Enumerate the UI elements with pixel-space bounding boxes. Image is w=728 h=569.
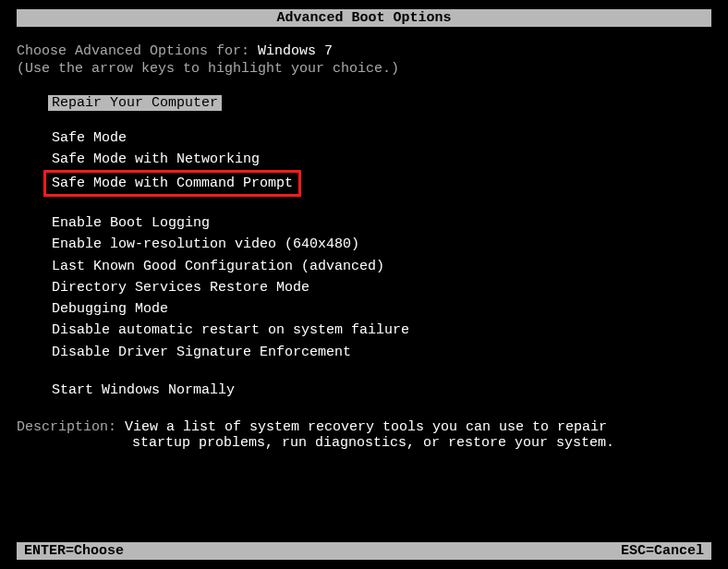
option-disable-driver-sig[interactable]: Disable Driver Signature Enforcement xyxy=(52,342,711,363)
option-disable-auto-restart[interactable]: Disable automatic restart on system fail… xyxy=(52,320,711,341)
description-line1: View a list of system recovery tools you… xyxy=(125,419,607,435)
highlight-box: Safe Mode with Command Prompt xyxy=(43,170,301,198)
description-label: Description: xyxy=(17,419,125,435)
title-bar: Advanced Boot Options xyxy=(17,9,711,27)
title-text: Advanced Boot Options xyxy=(276,10,451,26)
option-safe-mode-networking[interactable]: Safe Mode with Networking xyxy=(52,149,711,170)
option-last-known-good[interactable]: Last Known Good Configuration (advanced) xyxy=(52,256,711,277)
prompt-prefix: Choose Advanced Options for: xyxy=(17,43,258,59)
description-block: Description: View a list of system recov… xyxy=(17,419,711,451)
boot-options-list: Repair Your Computer Safe Mode Safe Mode… xyxy=(17,95,711,401)
option-safe-mode-cmd-highlight: Safe Mode with Command Prompt xyxy=(52,171,711,197)
option-selected-label: Repair Your Computer xyxy=(48,95,222,111)
group-gap-2 xyxy=(52,363,711,380)
hint-text: (Use the arrow keys to highlight your ch… xyxy=(17,61,711,77)
option-safe-mode-cmd[interactable]: Safe Mode with Command Prompt xyxy=(52,175,293,193)
option-repair-your-computer[interactable]: Repair Your Computer xyxy=(52,95,711,127)
footer-enter: ENTER=Choose xyxy=(24,543,124,559)
option-directory-services-restore[interactable]: Directory Services Restore Mode xyxy=(52,277,711,298)
os-name: Windows 7 xyxy=(258,43,333,59)
option-start-normally[interactable]: Start Windows Normally xyxy=(52,380,711,401)
footer-esc: ESC=Cancel xyxy=(621,543,704,559)
option-low-res-video[interactable]: Enable low-resolution video (640x480) xyxy=(52,234,711,255)
option-safe-mode[interactable]: Safe Mode xyxy=(52,127,711,149)
description-line2: startup problems, run diagnostics, or re… xyxy=(17,435,711,451)
footer-bar: ENTER=Choose ESC=Cancel xyxy=(17,542,711,560)
group-gap-1 xyxy=(52,196,711,212)
option-boot-logging[interactable]: Enable Boot Logging xyxy=(52,212,711,234)
option-debugging-mode[interactable]: Debugging Mode xyxy=(52,298,711,320)
prompt-line: Choose Advanced Options for: Windows 7 xyxy=(17,43,711,59)
